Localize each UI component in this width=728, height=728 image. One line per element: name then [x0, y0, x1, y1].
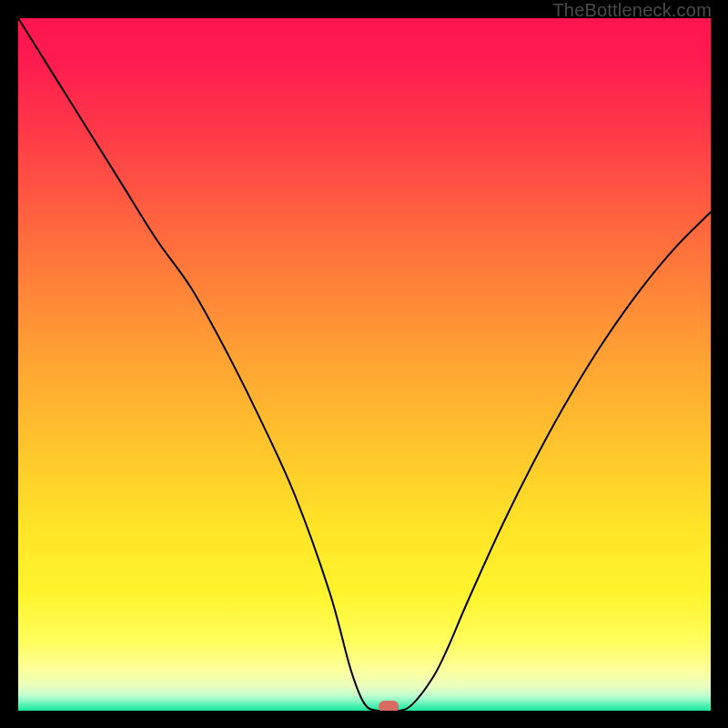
watermark-text: TheBottleneck.com	[552, 0, 712, 21]
plot-area	[18, 18, 711, 711]
chart-frame: TheBottleneck.com	[0, 0, 728, 728]
bottleneck-curve	[18, 18, 711, 711]
curve-layer	[18, 18, 711, 711]
optimal-marker	[379, 701, 399, 711]
